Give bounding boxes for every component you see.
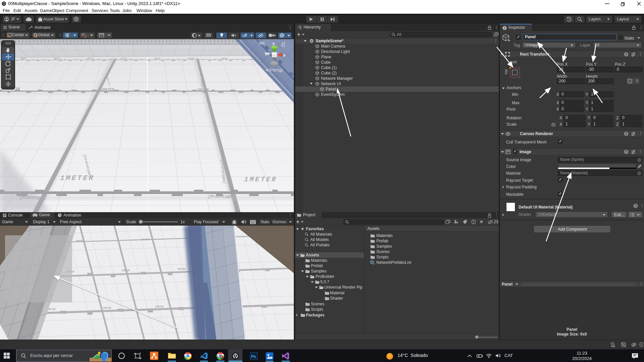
svg-text:1METER: 1METER — [188, 58, 194, 60]
svg-text:1METER: 1METER — [141, 238, 150, 241]
svg-text:1METER: 1METER — [155, 305, 164, 308]
svg-text:?: ? — [635, 204, 637, 208]
svg-text:1METER: 1METER — [121, 58, 127, 60]
svg-text:[Prototype]: [Prototype] — [208, 194, 234, 199]
svg-text:1METER: 1METER — [121, 269, 130, 272]
svg-text:?: ? — [625, 53, 627, 56]
svg-text:1METER: 1METER — [101, 87, 114, 92]
svg-text:1METER: 1METER — [177, 268, 186, 270]
svg-text:x: x — [283, 53, 286, 58]
svg-text:1METER: 1METER — [221, 58, 227, 60]
svg-text:Y: Y — [67, 36, 69, 38]
svg-text:1METER: 1METER — [20, 58, 26, 60]
svg-text:1METER: 1METER — [103, 307, 111, 309]
svg-text:[Prototype]: [Prototype] — [19, 195, 46, 200]
svg-text:1METER: 1METER — [197, 88, 209, 92]
svg-text:1METER: 1METER — [54, 58, 60, 60]
svg-text:?: ? — [625, 150, 627, 154]
svg-text:Persp: Persp — [270, 67, 283, 73]
svg-text:{}: {} — [372, 263, 375, 265]
svg-text:⋖: ⋖ — [265, 67, 269, 73]
svg-text:1METER: 1METER — [154, 58, 160, 60]
svg-text:?: ? — [625, 132, 627, 136]
svg-text:1METER: 1METER — [75, 240, 84, 242]
svg-text:1METER: 1METER — [87, 58, 93, 60]
svg-text:y: y — [272, 41, 275, 46]
svg-text:Ps: Ps — [251, 354, 256, 359]
